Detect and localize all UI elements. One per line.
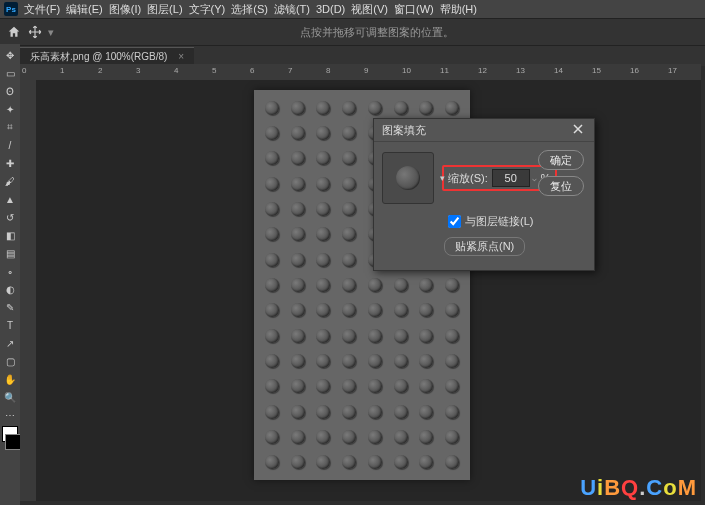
chevron-down-icon[interactable]: ▾	[440, 173, 445, 183]
dialog-title: 图案填充	[382, 123, 572, 138]
pattern-thumbnail[interactable]: ▾	[382, 152, 434, 204]
ruler-horizontal: 0 1 2 3 4 5 6 7 8 9 10 11 12 13 14 15 16…	[20, 64, 701, 81]
close-icon[interactable]	[572, 123, 586, 137]
menu-view[interactable]: 视图(V)	[351, 2, 388, 17]
color-swatch-bg[interactable]	[5, 434, 21, 450]
menu-help[interactable]: 帮助(H)	[440, 2, 477, 17]
menu-window[interactable]: 窗口(W)	[394, 2, 434, 17]
tool-marquee[interactable]: ▭	[2, 65, 18, 81]
pattern-fill-dialog: 图案填充 确定 复位 ▾ 缩放(S): ⌵ % 与图层链接(L) 贴紧原点(N)	[373, 118, 595, 271]
scale-label: 缩放(S):	[448, 171, 488, 186]
document-tab-label: 乐高素材.png @ 100%(RGB/8)	[30, 51, 167, 62]
menu-image[interactable]: 图像(I)	[109, 2, 141, 17]
tool-history[interactable]: ↺	[2, 209, 18, 225]
tool-dodge[interactable]: ◐	[2, 281, 18, 297]
close-tab-icon[interactable]: ×	[178, 51, 184, 62]
scale-input[interactable]	[492, 169, 530, 187]
tool-wand[interactable]: ✦	[2, 101, 18, 117]
menu-3d[interactable]: 3D(D)	[316, 3, 345, 15]
tool-path[interactable]: ↗	[2, 335, 18, 351]
menu-layer[interactable]: 图层(L)	[147, 2, 182, 17]
options-hint: 点按并拖移可调整图案的位置。	[54, 25, 699, 40]
tool-pen[interactable]: ✎	[2, 299, 18, 315]
menu-filter[interactable]: 滤镜(T)	[274, 2, 310, 17]
tool-crop[interactable]: ⌗	[2, 119, 18, 135]
tool-eyedropper[interactable]: /	[2, 137, 18, 153]
tool-type[interactable]: T	[2, 317, 18, 333]
tool-heal[interactable]: ✚	[2, 155, 18, 171]
tool-stamp[interactable]: ▲	[2, 191, 18, 207]
ruler-vertical	[20, 80, 37, 501]
app-icon: Ps	[4, 2, 18, 16]
tool-hand[interactable]: ✋	[2, 371, 18, 387]
scale-spinner[interactable]: ⌵	[532, 174, 537, 183]
reset-button[interactable]: 复位	[538, 176, 584, 196]
tool-palette: ✥ ▭ ʘ ✦ ⌗ / ✚ 🖌 ▲ ↺ ◧ ▤ ∘ ◐ ✎ T ↗ ▢ ✋ 🔍 …	[0, 44, 20, 505]
snap-to-origin-button[interactable]: 贴紧原点(N)	[444, 237, 525, 256]
tool-shape[interactable]: ▢	[2, 353, 18, 369]
tool-eraser[interactable]: ◧	[2, 227, 18, 243]
tool-lasso[interactable]: ʘ	[2, 83, 18, 99]
canvas-area[interactable]	[36, 80, 701, 501]
tool-gradient[interactable]: ▤	[2, 245, 18, 261]
tool-brush[interactable]: 🖌	[2, 173, 18, 189]
menubar: Ps 文件(F) 编辑(E) 图像(I) 图层(L) 文字(Y) 选择(S) 滤…	[0, 0, 705, 18]
tool-blur[interactable]: ∘	[2, 263, 18, 279]
menu-select[interactable]: 选择(S)	[231, 2, 268, 17]
link-with-layer-checkbox[interactable]	[448, 215, 461, 228]
tool-more[interactable]: ⋯	[2, 407, 18, 423]
dialog-titlebar[interactable]: 图案填充	[374, 119, 594, 142]
menu-type[interactable]: 文字(Y)	[189, 2, 226, 17]
ok-button[interactable]: 确定	[538, 150, 584, 170]
document-tabs: 乐高素材.png @ 100%(RGB/8) ×	[0, 46, 705, 66]
watermark: UiBQ.CoM	[580, 475, 697, 501]
menu-edit[interactable]: 编辑(E)	[66, 2, 103, 17]
tool-zoom[interactable]: 🔍	[2, 389, 18, 405]
link-with-layer-label: 与图层链接(L)	[465, 214, 533, 229]
menu-file[interactable]: 文件(F)	[24, 2, 60, 17]
home-icon[interactable]	[6, 24, 22, 40]
tool-move[interactable]: ✥	[2, 47, 18, 63]
move-tool-icon[interactable]	[28, 25, 42, 39]
options-bar: ▾ 点按并拖移可调整图案的位置。	[0, 18, 705, 46]
